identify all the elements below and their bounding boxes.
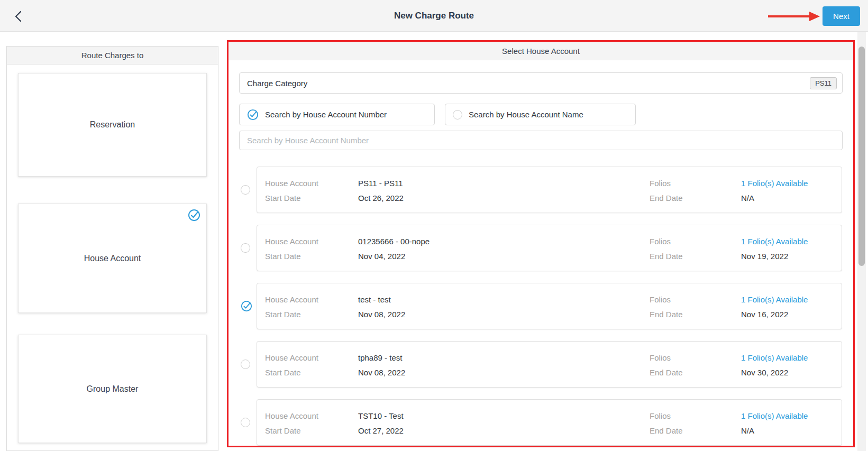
house-account-card[interactable]: House Account 01235666 - 00-nope Folios … (257, 225, 842, 271)
house-account-radio[interactable] (241, 300, 252, 314)
start-date-value: Nov 08, 2022 (358, 368, 405, 377)
end-date-label: End Date (650, 310, 683, 319)
select-house-account-header: Select House Account (229, 42, 853, 60)
house-account-label: House Account (265, 411, 318, 420)
folios-available-link[interactable]: 1 Folio(s) Available (741, 353, 808, 362)
end-date-label: End Date (650, 252, 683, 261)
house-account-card[interactable]: House Account PS11 - PS11 Folios 1 Folio… (257, 167, 842, 213)
end-date-value: N/A (741, 194, 754, 203)
route-target-label: Group Master (87, 384, 139, 394)
charge-category-field[interactable]: Charge Category PS11 (239, 72, 843, 94)
house-account-radio[interactable] (241, 360, 250, 369)
folios-label: Folios (650, 411, 671, 420)
top-bar: New Charge Route Next (0, 0, 868, 32)
folios-label: Folios (650, 353, 671, 362)
charge-category-value-chip: PS11 (810, 77, 837, 89)
end-date-label: End Date (650, 426, 683, 435)
end-date-label: End Date (650, 194, 683, 203)
route-target-label: House Account (84, 254, 141, 263)
folios-available-link[interactable]: 1 Folio(s) Available (741, 237, 808, 246)
page-title: New Charge Route (0, 0, 868, 32)
check-circle-icon (188, 209, 200, 222)
start-date-label: Start Date (265, 368, 301, 377)
house-account-card[interactable]: House Account test - test Folios 1 Folio… (257, 283, 842, 329)
start-date-label: Start Date (265, 252, 301, 261)
house-account-value: test - test (358, 295, 391, 304)
route-target-house-account[interactable]: House Account (18, 204, 207, 313)
charge-category-label: Charge Category (247, 79, 810, 88)
start-date-value: Nov 04, 2022 (358, 252, 405, 261)
house-account-value: PS11 - PS11 (358, 179, 403, 188)
house-account-row: House Account TST10 - Test Folios 1 Foli… (241, 399, 842, 446)
start-date-label: Start Date (265, 310, 301, 319)
house-account-radio[interactable] (241, 243, 250, 253)
folios-available-link[interactable]: 1 Folio(s) Available (741, 411, 808, 420)
house-account-row: House Account 01235666 - 00-nope Folios … (241, 225, 842, 271)
house-account-value: TST10 - Test (358, 411, 404, 420)
start-date-label: Start Date (265, 426, 301, 435)
house-account-row: House Account test - test Folios 1 Folio… (241, 283, 842, 329)
scrollbar-thumb[interactable] (858, 47, 865, 266)
route-target-group-master[interactable]: Group Master (18, 335, 207, 443)
start-date-value: Oct 26, 2022 (358, 194, 404, 203)
route-charges-panel: Route Charges to Reservation House Accou… (6, 46, 218, 451)
house-account-value: 01235666 - 00-nope (358, 237, 430, 246)
house-account-label: House Account (265, 237, 318, 246)
house-account-radio[interactable] (241, 418, 250, 427)
house-account-card[interactable]: House Account TST10 - Test Folios 1 Foli… (257, 399, 842, 446)
folios-available-link[interactable]: 1 Folio(s) Available (741, 179, 808, 188)
start-date-label: Start Date (265, 194, 301, 203)
radio-checked-icon (241, 300, 252, 312)
search-by-name-option[interactable]: Search by House Account Name (445, 104, 636, 125)
search-mode-label: Search by House Account Number (265, 110, 387, 119)
end-date-value: N/A (741, 426, 754, 435)
radio-checked-icon (247, 109, 259, 121)
end-date-value: Nov 30, 2022 (741, 368, 788, 377)
annotation-arrow-icon (767, 11, 821, 22)
chevron-left-icon (15, 11, 22, 22)
radio-unchecked-icon (453, 110, 462, 119)
folios-available-link[interactable]: 1 Folio(s) Available (741, 295, 808, 304)
house-account-value: tpha89 - test (358, 353, 402, 362)
house-account-label: House Account (265, 295, 318, 304)
house-account-label: House Account (265, 353, 318, 362)
start-date-value: Oct 27, 2022 (358, 426, 404, 435)
search-mode-label: Search by House Account Name (469, 110, 583, 119)
house-account-row: House Account PS11 - PS11 Folios 1 Folio… (241, 167, 842, 213)
route-target-label: Reservation (90, 120, 135, 130)
end-date-value: Nov 16, 2022 (741, 310, 788, 319)
folios-label: Folios (650, 179, 671, 188)
house-account-radio[interactable] (241, 185, 250, 195)
house-account-label: House Account (265, 179, 318, 188)
folios-label: Folios (650, 295, 671, 304)
folios-label: Folios (650, 237, 671, 246)
route-charges-header: Route Charges to (7, 47, 218, 65)
house-account-row: House Account tpha89 - test Folios 1 Fol… (241, 341, 842, 388)
new-charge-route-screen: New Charge Route Next Route Charges to R… (0, 0, 868, 451)
search-by-number-option[interactable]: Search by House Account Number (239, 104, 435, 125)
next-button[interactable]: Next (823, 6, 860, 26)
end-date-label: End Date (650, 368, 683, 377)
start-date-value: Nov 08, 2022 (358, 310, 405, 319)
end-date-value: Nov 19, 2022 (741, 252, 788, 261)
house-account-card[interactable]: House Account tpha89 - test Folios 1 Fol… (257, 341, 842, 388)
back-button[interactable] (11, 9, 25, 24)
route-target-reservation[interactable]: Reservation (18, 73, 207, 177)
house-account-search-input[interactable] (239, 131, 843, 150)
